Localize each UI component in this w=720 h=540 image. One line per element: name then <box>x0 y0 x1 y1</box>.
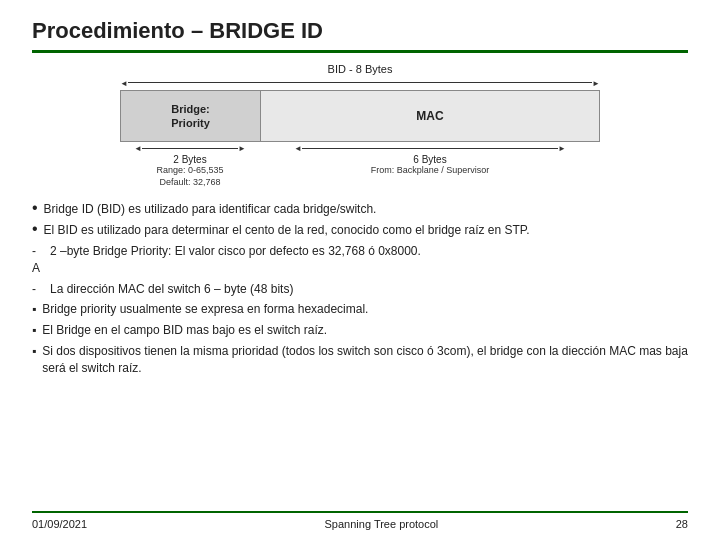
bullet-text-1: Bridge ID (BID) es utilizado para identi… <box>44 201 688 218</box>
bullet-dash-3: - A <box>32 243 44 277</box>
footer-center: Spanning Tree protocol <box>325 518 439 530</box>
box-priority-label: Bridge:Priority <box>171 102 210 131</box>
bullet-square-6: ▪ <box>32 322 36 339</box>
box-mac-label: MAC <box>416 109 443 123</box>
bullet-square-7: ▪ <box>32 343 36 360</box>
arrow-head-right-icon <box>592 76 600 88</box>
bullet-5: ▪ Bridge priority usualmente se expresa … <box>32 301 688 318</box>
bullet-text-4: La dirección MAC del switch 6 – byte (48… <box>50 281 688 298</box>
diagram-container: BID - 8 Bytes Bridge:Priority MAC <box>32 63 688 191</box>
bullet-text-7: Si dos dispositivos tienen la misma prio… <box>42 343 688 377</box>
page: Procedimiento – BRIDGE ID BID - 8 Bytes … <box>0 0 720 540</box>
sub-right-line <box>302 148 558 149</box>
sub-left-label: 2 Bytes <box>173 154 206 165</box>
bid-arrow-row <box>120 76 600 88</box>
sub-left-line <box>142 148 238 149</box>
bottom-divider <box>32 511 688 513</box>
bullet-text-6: El Bridge en el campo BID mas bajo es el… <box>42 322 688 339</box>
sub-left-arrow-line-row: ◄ ► <box>134 144 246 153</box>
bullet-text-2: El BID es utilizado para determinar el c… <box>44 222 688 239</box>
bullet-3: - A 2 –byte Bridge Priority: El valor ci… <box>32 243 688 277</box>
sub-arrow-right: ◄ ► 6 Bytes From: Backplane / Supervisor <box>260 144 600 188</box>
sub-left-detail: Range: 0-65,535Default: 32,768 <box>156 165 223 188</box>
footer-page: 28 <box>676 518 688 530</box>
footer-date: 01/09/2021 <box>32 518 87 530</box>
bullet-4: - La dirección MAC del switch 6 – byte (… <box>32 281 688 298</box>
box-priority: Bridge:Priority <box>121 91 261 141</box>
sub-arrow-left: ◄ ► 2 Bytes Range: 0-65,535Default: 32,7… <box>120 144 260 188</box>
bullet-text-3: 2 –byte Bridge Priority: El valor cisco … <box>50 243 688 260</box>
bullet-square-5: ▪ <box>32 301 36 318</box>
boxes-row: Bridge:Priority MAC <box>120 90 600 142</box>
box-mac: MAC <box>261 91 599 141</box>
bullet-dot-1: • <box>32 200 38 216</box>
page-title: Procedimiento – BRIDGE ID <box>32 18 688 44</box>
footer: 01/09/2021 Spanning Tree protocol 28 <box>32 518 688 530</box>
bullet-dot-2: • <box>32 221 38 237</box>
content-area: • Bridge ID (BID) es utilizado para iden… <box>32 201 688 503</box>
bid-row: BID - 8 Bytes <box>120 63 600 88</box>
bullet-dash-4: - <box>32 281 44 298</box>
diagram: BID - 8 Bytes Bridge:Priority MAC <box>120 63 600 191</box>
sub-right-detail: From: Backplane / Supervisor <box>371 165 490 177</box>
sub-arrows-row: ◄ ► 2 Bytes Range: 0-65,535Default: 32,7… <box>120 144 600 188</box>
bid-label: BID - 8 Bytes <box>328 63 393 75</box>
top-divider <box>32 50 688 53</box>
bullet-6: ▪ El Bridge en el campo BID mas bajo es … <box>32 322 688 339</box>
bullet-text-5: Bridge priority usualmente se expresa en… <box>42 301 688 318</box>
bid-arrow-line <box>128 82 592 83</box>
sub-right-label: 6 Bytes <box>413 154 446 165</box>
bullet-2: • El BID es utilizado para determinar el… <box>32 222 688 239</box>
sub-right-arrow-line-row: ◄ ► <box>294 144 566 153</box>
arrow-head-left-icon <box>120 76 128 88</box>
bullet-7: ▪ Si dos dispositivos tienen la misma pr… <box>32 343 688 377</box>
bullet-1: • Bridge ID (BID) es utilizado para iden… <box>32 201 688 218</box>
